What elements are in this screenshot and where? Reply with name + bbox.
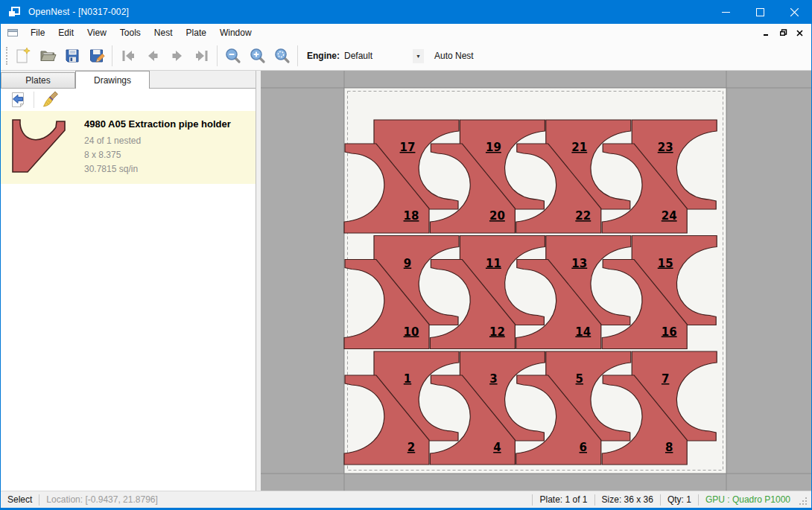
tab-plates[interactable]: Plates — [1, 72, 75, 88]
engine-label: Engine: — [307, 51, 340, 61]
nest-canvas[interactable]: 171819202122232491011121314151612345678 — [261, 71, 811, 491]
part-number-label: 22 — [576, 209, 591, 223]
next-plate-button[interactable] — [165, 45, 189, 68]
part-number-label: 14 — [576, 325, 591, 339]
part-number-label: 15 — [658, 257, 673, 270]
drawing-title: 4980 A05 Extraction pipe holder — [84, 118, 231, 130]
zoom-in-button[interactable] — [245, 45, 270, 68]
status-separator — [39, 494, 39, 506]
child-minimize-button[interactable] — [761, 28, 773, 38]
menu-tools[interactable]: Tools — [113, 25, 148, 41]
menu-plate[interactable]: Plate — [180, 25, 213, 41]
window-title: OpenNest - [N0317-002] — [28, 7, 129, 17]
resize-grip[interactable] — [798, 496, 808, 506]
part-number-label: 23 — [658, 141, 673, 154]
child-restore-button[interactable] — [777, 28, 789, 38]
maximize-button[interactable] — [743, 0, 777, 24]
part-number-label: 6 — [580, 441, 587, 454]
go-last-icon — [193, 47, 211, 65]
zoom-extents-icon — [273, 47, 291, 65]
app-logo-icon — [7, 5, 22, 19]
toolbar-separator — [297, 45, 298, 66]
toolbar-separator — [217, 45, 218, 66]
part-number-label: 16 — [662, 325, 677, 339]
close-icon — [790, 8, 799, 16]
close-button[interactable] — [777, 0, 811, 24]
tab-strip: Plates Drawings — [1, 71, 256, 89]
drawing-size: 8 x 8.375 — [84, 148, 231, 162]
app-window: OpenNest - [N0317-002] File Edit View To… — [0, 0, 812, 510]
engine-combobox[interactable]: Default — [344, 51, 413, 61]
zoom-out-button[interactable] — [221, 45, 245, 68]
drawing-area: 30.7815 sq/in — [84, 162, 231, 176]
part-number-label: 5 — [576, 372, 583, 386]
document-window-icon[interactable] — [7, 28, 19, 38]
part-number-label: 8 — [665, 441, 673, 454]
child-close-button[interactable] — [793, 28, 805, 38]
zoom-extents-button[interactable] — [270, 45, 294, 68]
part-number-label: 24 — [662, 209, 677, 223]
left-panel: Plates Drawings — [1, 71, 256, 491]
panel-toolbar-separator — [34, 92, 34, 108]
part-number-label: 4 — [494, 441, 501, 454]
part-number-label: 10 — [404, 325, 419, 339]
part-number-label: 13 — [572, 257, 588, 270]
menu-edit[interactable]: Edit — [51, 25, 80, 41]
part-number-label: 21 — [572, 141, 588, 154]
status-separator — [698, 494, 699, 506]
auto-nest-button[interactable]: Auto Nest — [430, 48, 478, 64]
engine-dropdown-button[interactable]: ▼ — [413, 49, 424, 63]
status-mode: Select — [7, 494, 32, 505]
part-number-label: 19 — [486, 141, 501, 154]
save-as-icon — [88, 47, 106, 65]
toolbar-separator — [112, 45, 112, 66]
status-size: Size: 36 x 36 — [602, 494, 653, 505]
menu-view[interactable]: View — [80, 25, 113, 41]
menu-nest[interactable]: Nest — [148, 25, 180, 41]
part-number-label: 7 — [662, 372, 669, 386]
child-restore-icon — [779, 29, 787, 36]
main-toolbar: Engine: Default ▼ Auto Nest — [1, 42, 811, 71]
drawing-nested-count: 24 of 1 nested — [84, 134, 231, 148]
tab-drawings[interactable]: Drawings — [75, 71, 150, 89]
toolbar-grip[interactable] — [6, 47, 7, 65]
previous-plate-button[interactable] — [140, 45, 165, 68]
menu-window[interactable]: Window — [213, 25, 258, 41]
drawing-list-item[interactable]: 4980 A05 Extraction pipe holder 24 of 1 … — [1, 111, 256, 184]
save-as-button[interactable] — [84, 45, 109, 68]
child-close-icon — [796, 30, 803, 36]
menu-file[interactable]: File — [24, 25, 51, 41]
minimize-icon — [722, 8, 730, 16]
part-number-label: 3 — [490, 372, 498, 386]
first-plate-button[interactable] — [115, 45, 140, 68]
part-number-label: 2 — [407, 441, 415, 454]
status-separator — [660, 494, 661, 506]
go-first-icon — [119, 47, 137, 65]
minimize-button[interactable] — [708, 0, 743, 24]
menu-bar: File Edit View Tools Nest Plate Window — [1, 24, 811, 42]
last-plate-button[interactable] — [189, 45, 214, 68]
status-separator — [532, 494, 533, 506]
open-button[interactable] — [35, 45, 60, 68]
child-minimize-icon — [763, 30, 770, 36]
save-button[interactable] — [60, 45, 84, 68]
part-number-label: 9 — [404, 257, 411, 270]
status-qty: Qty: 1 — [667, 494, 691, 505]
title-bar: OpenNest - [N0317-002] — [1, 0, 811, 24]
zoom-out-icon — [224, 47, 242, 65]
new-icon — [14, 47, 32, 65]
status-separator — [594, 494, 595, 506]
new-button[interactable] — [10, 45, 35, 68]
status-plate: Plate: 1 of 1 — [539, 494, 587, 505]
nest-view: 171819202122232491011121314151612345678 — [261, 71, 811, 491]
drawings-toolbar — [1, 89, 256, 111]
part-number-label: 12 — [489, 325, 505, 339]
status-gpu: GPU : Quadro P1000 — [705, 494, 790, 505]
part-number-label: 20 — [489, 209, 505, 223]
send-to-drawing-icon — [9, 91, 27, 109]
part-number-label: 11 — [486, 257, 501, 270]
send-to-drawing-button[interactable] — [7, 89, 29, 110]
clean-button[interactable] — [39, 89, 61, 110]
status-location: Location: [-0.9437, 21.8796] — [46, 494, 157, 505]
status-bar: Select Location: [-0.9437, 21.8796] Plat… — [1, 491, 811, 508]
